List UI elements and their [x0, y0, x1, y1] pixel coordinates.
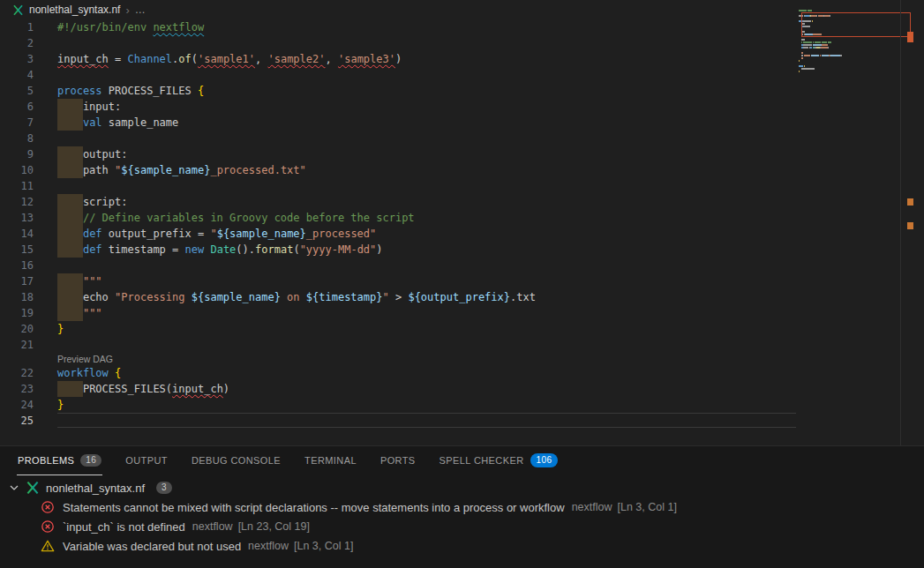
line-number[interactable]: 5 [0, 83, 34, 99]
breadcrumb-more[interactable]: … [135, 4, 146, 16]
code-text: """ [57, 273, 102, 289]
line-number[interactable]: 9 [0, 146, 34, 162]
line-number[interactable]: 24 [0, 397, 34, 413]
line-number[interactable]: 1 [0, 19, 34, 35]
breadcrumb-file[interactable]: nonlethal_syntax.nf [29, 4, 120, 16]
code-line[interactable]: 14 def output_prefix = "${sample_name}_p… [0, 226, 924, 242]
code-line[interactable]: 25 [0, 413, 924, 429]
problem-item[interactable]: Variable was declared but not usednextfl… [0, 536, 924, 556]
line-number[interactable]: 4 [0, 67, 34, 83]
minimap[interactable] [799, 9, 900, 79]
code-line[interactable]: 9 output: [0, 146, 924, 162]
code-token: of [178, 53, 191, 65]
code-text: def timestamp = new Date().format("yyyy-… [57, 242, 383, 258]
code-token: ${sample_name} [217, 228, 306, 240]
overview-ruler-mark [907, 222, 913, 229]
code-token: } [57, 399, 64, 411]
code-token: sample_name [109, 116, 178, 129]
line-number[interactable]: 13 [0, 210, 34, 226]
code-text: } [57, 321, 64, 337]
line-number[interactable]: 15 [0, 242, 34, 258]
code-line[interactable]: 3input_ch = Channel.of('sample1', 'sampl… [0, 51, 924, 67]
line-number[interactable]: 6 [0, 99, 34, 115]
code-token: Date [210, 243, 236, 256]
line-number[interactable]: 16 [0, 258, 34, 273]
panel-tab-label: OUTPUT [125, 455, 168, 466]
code-line[interactable]: 6 input: [0, 99, 924, 115]
code-line[interactable]: 4 [0, 67, 924, 83]
line-number[interactable]: 3 [0, 51, 34, 67]
line-number[interactable]: 2 [0, 35, 34, 51]
panel-tab-problems[interactable]: PROBLEMS16 [17, 446, 102, 475]
code-text: input: [57, 99, 121, 115]
line-number[interactable]: 14 [0, 226, 34, 242]
code-line[interactable]: 19 """ [0, 305, 924, 321]
code-line[interactable]: 10 path "${sample_name}_processed.txt" [0, 162, 924, 178]
code-token: 'sample3' [338, 53, 395, 65]
line-number[interactable]: 11 [0, 178, 34, 194]
code-line[interactable]: 17 """ [0, 273, 924, 289]
line-number[interactable]: 22 [0, 365, 34, 381]
code-line[interactable]: 7 val sample_name [0, 115, 924, 131]
code-text: val sample_name [57, 115, 178, 131]
code-token: = [166, 243, 185, 256]
line-number[interactable]: 19 [0, 305, 34, 321]
code-token: ${timestamp} [306, 291, 383, 303]
code-line[interactable]: 20} [0, 321, 924, 337]
indent-highlight [57, 210, 83, 226]
code-line[interactable]: 12 script: [0, 194, 924, 210]
panel-tab-label: SPELL CHECKER [439, 455, 524, 466]
panel-tab-label: TERMINAL [304, 455, 357, 466]
line-number[interactable]: 7 [0, 115, 34, 131]
code-token: { [115, 367, 121, 379]
panel-tab-badge: 106 [530, 453, 559, 467]
code-token: process [57, 85, 109, 97]
code-line[interactable]: 11 [0, 178, 924, 194]
line-number[interactable]: 8 [0, 131, 34, 146]
code-token: ( [166, 383, 172, 395]
code-token: // Define variables in Groovy code befor… [83, 212, 415, 224]
panel-tab-terminal[interactable]: TERMINAL [304, 446, 357, 475]
code-line[interactable]: 24} [0, 397, 924, 413]
codelens-preview-dag[interactable]: Preview DAG [0, 353, 924, 365]
line-number[interactable]: 20 [0, 321, 34, 337]
line-number[interactable]: 10 [0, 162, 34, 178]
code-token: , [255, 53, 267, 65]
code-token: ) [223, 383, 229, 395]
code-line[interactable]: 23 PROCESS_FILES(input_ch) [0, 381, 924, 397]
line-number[interactable]: 21 [0, 337, 34, 353]
code-line[interactable]: 21 [0, 337, 924, 353]
panel-tab-output[interactable]: OUTPUT [124, 446, 169, 475]
code-line[interactable]: 8 [0, 131, 924, 146]
code-line[interactable]: 16 [0, 258, 924, 273]
code-line[interactable]: 2 [0, 35, 924, 51]
indent-highlight [57, 162, 83, 178]
code-token: input_ch [57, 53, 109, 65]
editor-lines[interactable]: 1#!/usr/bin/env nextflow23input_ch = Cha… [0, 19, 924, 429]
line-number[interactable]: 23 [0, 381, 34, 397]
problem-item[interactable]: Statements cannot be mixed with script d… [0, 497, 924, 517]
code-line[interactable]: 15 def timestamp = new Date().format("yy… [0, 242, 924, 258]
code-line[interactable]: 18 echo "Processing ${sample_name} on ${… [0, 289, 924, 305]
line-number[interactable]: 25 [0, 413, 34, 429]
line-number[interactable]: 18 [0, 289, 34, 305]
code-line[interactable]: 5process PROCESS_FILES { [0, 83, 924, 99]
line-number[interactable]: 17 [0, 273, 34, 289]
panel-tab-ports[interactable]: PORTS [379, 446, 417, 475]
problem-source: nextflow [192, 520, 233, 533]
editor-region: nonlethal_syntax.nf › … 1#!/usr/bin/env … [0, 0, 924, 445]
code-line[interactable]: 22workflow { [0, 365, 924, 381]
bottom-panel: PROBLEMS16OUTPUTDEBUG CONSOLETERMINALPOR… [0, 445, 924, 568]
chevron-down-icon[interactable] [7, 481, 21, 495]
code-line[interactable]: 13 // Define variables in Groovy code be… [0, 210, 924, 226]
problem-item[interactable]: `input_ch` is not definednextflow[Ln 23,… [0, 517, 924, 536]
panel-tab-debug-console[interactable]: DEBUG CONSOLE [191, 446, 282, 475]
indent-highlight [57, 289, 83, 305]
code-line[interactable]: 1#!/usr/bin/env nextflow [0, 19, 924, 35]
problems-file-row[interactable]: nonlethal_syntax.nf3 [0, 478, 924, 497]
indent-highlight [57, 194, 83, 210]
problem-message: `input_ch` is not defined [63, 520, 185, 534]
code-token: _processed" [306, 228, 376, 240]
line-number[interactable]: 12 [0, 194, 34, 210]
panel-tab-spell-checker[interactable]: SPELL CHECKER106 [439, 446, 560, 475]
